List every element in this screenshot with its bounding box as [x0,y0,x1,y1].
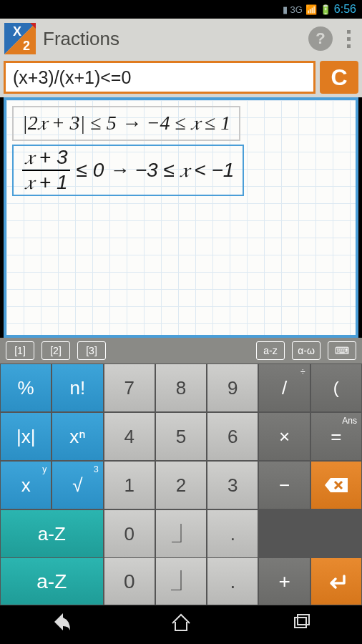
key-factorial[interactable]: n! [52,364,102,411]
key-enter-2[interactable] [311,558,361,605]
key-4[interactable]: 4 [104,413,155,460]
mode-3[interactable]: [3] [77,341,106,360]
key-frac[interactable]: ⏌ [156,510,206,557]
recent-button[interactable] [290,610,313,636]
svg-rect-6 [298,615,309,625]
key-dot[interactable]: . [207,510,258,557]
key-7[interactable]: 7 [104,364,155,411]
key-alpha-2[interactable]: a-Z [1,558,103,605]
clock: 6:56 [334,3,356,16]
keyboard-toggle[interactable]: ⌨ [328,341,356,360]
svg-text:2: 2 [23,39,30,53]
work-area[interactable]: |2𝑥 + 3| ≤ 5 → −4 ≤ 𝑥 ≤ 1 𝑥 + 3 𝑥 + 1 ≤ … [4,97,358,338]
key-x[interactable]: xy [1,462,51,509]
app-icon: X2 [4,23,36,54]
key-0[interactable]: 0 [104,510,155,557]
key-power[interactable]: xⁿ [52,413,102,460]
key-abs[interactable]: |x| [1,413,51,460]
mode-greek[interactable]: α-ω [292,341,321,360]
equation-result-2[interactable]: 𝑥 + 3 𝑥 + 1 ≤ 0 → −3 ≤ 𝑥 < −1 [12,145,244,196]
key-5[interactable]: 5 [156,413,206,460]
key-alpha[interactable]: a-Z [1,510,103,557]
title-bar: X2 Fractions ? [0,19,362,59]
key-minus[interactable]: − [259,462,309,509]
fraction-numerator: 𝑥 + 3 [22,146,70,171]
back-button[interactable] [49,610,72,636]
key-frac-2[interactable]: ⏌ [156,558,206,605]
key-divide[interactable]: /÷ [259,364,309,411]
clear-button[interactable]: C [320,61,358,94]
key-0-2[interactable]: 0 [104,558,155,605]
status-bar: ▮ 3G 📶 🔋 6:56 [0,0,362,19]
svg-rect-5 [295,618,306,628]
key-6[interactable]: 6 [207,413,258,460]
key-multiply[interactable]: × [259,413,309,460]
page-title: Fractions [43,28,301,50]
key-paren-open[interactable]: ( [311,364,361,411]
signal-icon: ▮ [283,4,288,15]
key-equals[interactable]: =Ans [311,413,361,460]
overflow-menu[interactable] [340,30,358,48]
home-button[interactable] [170,610,192,636]
battery-icon: 🔋 [320,4,331,15]
expression-input[interactable]: (x+3)/(x+1)<=0 [4,61,315,94]
key-2[interactable]: 2 [156,462,206,509]
key-8[interactable]: 8 [156,364,206,411]
equation-result-1[interactable]: |2𝑥 + 3| ≤ 5 → −4 ≤ 𝑥 ≤ 1 [12,106,240,141]
key-9[interactable]: 9 [207,364,258,411]
network-label: 3G [290,4,303,15]
android-nav-bar [0,605,362,641]
keypad: % n! 7 8 9 /÷ ( ) |x| xⁿ 4 5 6 × =Ans xy… [0,364,362,558]
signal-bars-icon: 📶 [305,4,317,15]
key-3[interactable]: 3 [207,462,258,509]
mode-2[interactable]: [2] [41,341,70,360]
key-sqrt[interactable]: √3 [52,462,102,509]
key-dot-2[interactable]: . [207,558,258,605]
equation-rhs: ≤ 0 → −3 ≤ 𝑥 < −1 [76,159,234,182]
fraction-denominator: 𝑥 + 1 [22,171,70,195]
svg-text:X: X [13,24,21,39]
key-1[interactable]: 1 [104,462,155,509]
help-button[interactable]: ? [308,26,333,51]
key-backspace[interactable] [311,462,361,509]
mode-toolbar: [1] [2] [3] a-z α-ω ⌨ [0,338,362,364]
mode-1[interactable]: [1] [6,341,34,360]
input-row: (x+3)/(x+1)<=0 C [0,59,362,97]
key-percent[interactable]: % [1,364,51,411]
key-plus-2[interactable]: + [259,558,309,605]
mode-latin[interactable]: a-z [256,341,285,360]
